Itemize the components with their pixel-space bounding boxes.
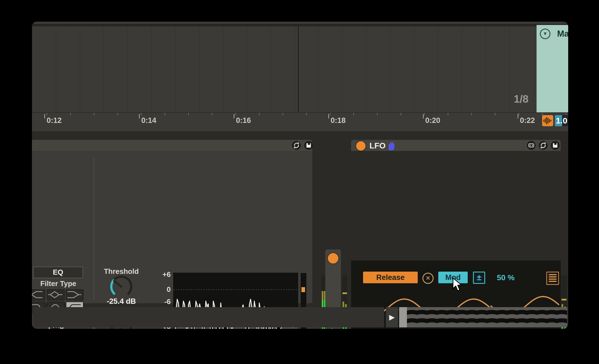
arrangement-area[interactable]: 1/8 ▼ Ma [32,22,568,112]
meter-peak-tick [343,292,347,294]
device-chain: EQ Filter Type [32,131,568,307]
graph-db-label: -6 [146,297,171,306]
thumbnail-left-strip [399,307,407,327]
lfo-hot-swap-icon[interactable] [539,141,548,150]
mouse-cursor [452,277,464,292]
sidechain-eq-tab[interactable]: EQ [33,267,83,278]
lfo-target-button[interactable]: Release [363,272,418,283]
ruler-time-label: 0:18 [331,116,346,125]
clip-preview-play-button[interactable]: ▶ [386,307,398,327]
ruler-tick [328,114,329,118]
time-ruler[interactable]: 0:120:140:160:180:200:22 1.0 [32,112,568,132]
compressor-strip-title: Compressor [329,328,338,329]
clip-waveform-thumbnail[interactable] [399,307,567,327]
mapping-list-icon[interactable] [546,272,559,285]
ruler-time-label: 0:14 [141,116,156,125]
playhead-line[interactable] [298,26,299,112]
mod-amount-value[interactable]: 50 % [497,273,515,282]
track-name: Ma [557,29,568,39]
arrangement-top-band [32,24,568,26]
arrangement-grid [32,26,568,112]
remove-mapping-icon[interactable]: ✕ [422,273,434,284]
zoom-level-badge[interactable]: 1.0 [555,115,568,126]
track-header[interactable]: ▼ Ma [537,25,568,112]
ruler-tick [423,114,424,118]
lfo-activator-icon[interactable] [356,141,366,151]
gain-reduction-meter-block [301,287,305,292]
threshold-knob[interactable] [108,274,134,300]
ruler-time-label: 0:22 [520,116,535,125]
compressor-device-header[interactable] [32,140,312,151]
graph-db-label: 0 [146,285,171,294]
hot-swap-icon[interactable] [292,141,301,150]
filter-type-notch-button[interactable] [32,289,45,300]
filter-type-label: Filter Type [32,279,85,288]
map-hand-icon[interactable] [387,141,395,150]
ruler-time-label: 0:12 [47,116,62,125]
audio-clip-icon[interactable] [542,115,553,126]
ruler-tick [518,114,518,118]
grid-fraction-label: 1/8 [514,93,528,105]
ruler-time-label: 0:20 [425,116,440,125]
filter-type-bell-button[interactable] [47,289,65,300]
status-bar [33,307,384,327]
eq-section-divider [94,158,94,299]
filter-type-shelf-button[interactable] [66,289,84,300]
screenshot-canvas: 1/8 ▼ Ma 0:120:140:160:180:200:22 1.0 [0,0,599,364]
save-preset-icon[interactable] [304,141,313,150]
meter-peak-tick [562,299,567,300]
track-fold-icon[interactable]: ▼ [540,29,550,39]
compressor-activator-icon[interactable] [327,252,339,264]
lfo-title: LFO [369,141,386,150]
ruler-time-label: 0:16 [236,116,251,125]
app-window: 1/8 ▼ Ma 0:120:140:160:180:200:22 1.0 [32,22,568,329]
lfo-save-icon[interactable] [551,141,560,150]
ruler-minor-ticks [47,113,568,115]
waveform-glyph [543,117,552,125]
multi-map-icon[interactable] [527,141,536,150]
ruler-tick [234,114,234,118]
thumbnail-beads-svg [399,307,567,327]
ruler-tick [139,114,140,118]
graph-db-label: +6 [146,270,171,279]
add-mapping-button[interactable]: ± [473,272,485,284]
ruler-tick [44,114,45,118]
